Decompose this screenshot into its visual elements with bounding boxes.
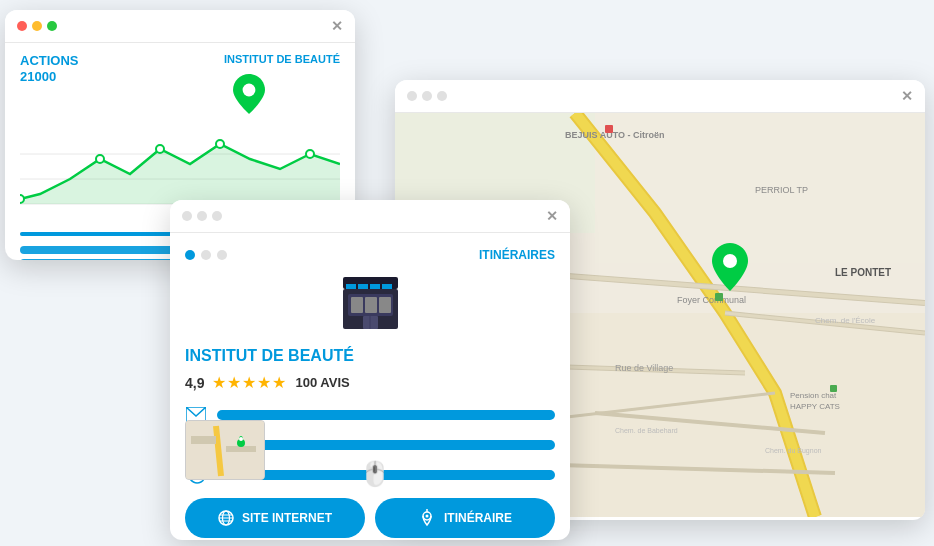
dot-3 [212,211,222,221]
svg-point-8 [306,150,314,158]
stars: ★★★★★ [212,373,287,392]
reviews-count: 100 AVIS [295,375,349,390]
analytics-location-block: INSTITUT DE BEAUTÉ [224,53,340,119]
nav-row: ITINÉRAIRES [185,248,555,262]
business-body: ITINÉRAIRES [170,233,570,540]
analytics-title-block: ACTIONS 21000 [20,53,79,84]
analytics-label: ACTIONS [20,53,79,69]
svg-rect-43 [605,125,613,133]
svg-point-7 [216,140,224,148]
window-controls-2 [182,211,222,221]
svg-text:PERRIOL TP: PERRIOL TP [755,185,808,195]
map-dot-3 [437,91,447,101]
business-name: INSTITUT DE BEAUTÉ [185,347,555,365]
map-close-button[interactable]: ✕ [901,88,913,104]
svg-text:Rue de Village: Rue de Village [615,363,673,373]
svg-text:Pension chat: Pension chat [790,391,837,400]
analytics-titlebar: ✕ [5,10,355,43]
window-controls [17,21,57,31]
analytics-header: ACTIONS 21000 INSTITUT DE BEAUTÉ [20,53,340,119]
hours-bar [217,440,555,450]
mini-map-svg [186,421,265,480]
minimize-dot[interactable] [32,21,42,31]
svg-point-36 [239,437,243,441]
action-buttons: SITE INTERNET ITINÉRAIRE [185,498,555,538]
site-internet-button[interactable]: SITE INTERNET [185,498,365,538]
itineraire-label: ITINÉRAIRE [444,511,512,525]
rating-score: 4,9 [185,375,204,391]
svg-rect-55 [830,385,837,392]
location-label: INSTITUT DE BEAUTÉ [224,53,340,65]
svg-text:LE PONTET: LE PONTET [835,267,891,278]
nav-dot-2[interactable] [201,250,211,260]
svg-text:BEJUIS AUTO - Citroën: BEJUIS AUTO - Citroën [565,130,665,140]
business-close-button[interactable]: ✕ [546,208,558,224]
maximize-dot[interactable] [47,21,57,31]
shop-icon-svg [338,272,403,337]
svg-text:Chem. de l'École: Chem. de l'École [815,316,876,325]
svg-text:HAPPY CATS: HAPPY CATS [790,402,840,411]
svg-point-4 [20,195,24,203]
svg-point-6 [156,145,164,153]
svg-text:Foyer Communal: Foyer Communal [677,295,746,305]
globe-icon [218,510,234,526]
dot-1 [182,211,192,221]
svg-point-60 [723,254,737,268]
map-dot-1 [407,91,417,101]
svg-text:Chem. du Bugnon: Chem. du Bugnon [765,447,822,455]
svg-text:Chem. de Babehard: Chem. de Babehard [615,427,678,434]
shop-icon-container [185,272,555,337]
site-internet-label: SITE INTERNET [242,511,332,525]
rating-row: 4,9 ★★★★★ 100 AVIS [185,373,555,392]
svg-point-0 [242,84,255,97]
svg-point-5 [96,155,104,163]
window-controls-3 [407,91,447,101]
itineraires-link[interactable]: ITINÉRAIRES [479,248,555,262]
nav-dot-3[interactable] [217,250,227,260]
map-dot-2 [422,91,432,101]
svg-point-31 [425,515,428,518]
location-pin-icon [229,74,269,114]
itineraire-button[interactable]: ITINÉRAIRE [375,498,555,538]
close-dot[interactable] [17,21,27,31]
svg-rect-48 [715,293,723,301]
location-pin-container [224,69,274,119]
email-bar [217,410,555,420]
mini-map [185,420,265,480]
nav-dot-1[interactable] [185,250,195,260]
svg-rect-17 [365,297,377,313]
close-button[interactable]: ✕ [331,18,343,34]
business-titlebar: ✕ [170,200,570,233]
navigation-icon [418,509,436,527]
cursor-icon: 🖱️ [360,460,914,491]
svg-rect-33 [191,436,216,444]
analytics-count: 21000 [20,69,79,85]
svg-rect-16 [351,297,363,313]
map-titlebar: ✕ [395,80,925,113]
dot-2 [197,211,207,221]
svg-rect-18 [379,297,391,313]
